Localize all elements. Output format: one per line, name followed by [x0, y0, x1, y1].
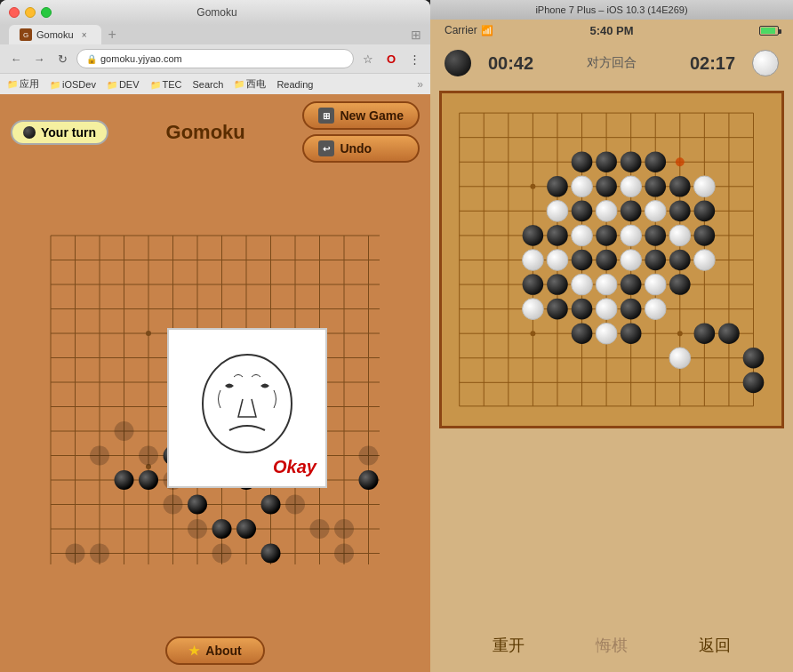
svg-point-96: [645, 151, 666, 172]
svg-point-55: [90, 445, 109, 465]
svg-point-127: [523, 274, 544, 295]
status-right: [668, 26, 779, 36]
svg-point-43: [359, 470, 379, 490]
white-timer: 02:17: [682, 53, 743, 74]
window-title: Gomoku: [12, 6, 421, 19]
svg-point-141: [596, 323, 617, 344]
bookmark-dev[interactable]: DEV: [107, 79, 140, 90]
go-board[interactable]: [439, 91, 784, 428]
svg-point-125: [669, 250, 691, 271]
bookmarks-bar: 应用 iOSDev DEV TEC Search 西电 Reading »: [0, 73, 430, 94]
game-header: Your turn Gomoku ⊞ New Game ↩ Undo: [0, 94, 430, 170]
svg-point-144: [694, 323, 716, 344]
svg-point-140: [572, 323, 593, 344]
svg-point-100: [621, 176, 642, 197]
browser-window: Gomoku G Gomoku × + ⊞ ← → ↻ 🔒 gomoku.yjy…: [0, 0, 430, 672]
svg-point-102: [669, 176, 691, 197]
svg-point-47: [164, 494, 183, 514]
svg-point-98: [572, 176, 593, 197]
svg-point-99: [596, 176, 617, 197]
svg-point-91: [677, 331, 683, 336]
bookmark-tec[interactable]: TEC: [150, 79, 182, 90]
svg-point-135: [547, 299, 568, 320]
bookmarks-more[interactable]: »: [417, 78, 423, 91]
new-game-button[interactable]: ⊞ New Game: [302, 101, 420, 130]
okay-text[interactable]: Okay: [273, 457, 316, 477]
refresh-button[interactable]: ↻: [53, 50, 71, 68]
svg-point-146: [743, 348, 765, 369]
svg-point-88: [530, 184, 535, 189]
svg-point-115: [621, 225, 642, 246]
status-left: Carrier 📶: [445, 24, 556, 36]
svg-point-126: [694, 250, 716, 271]
svg-point-133: [669, 274, 691, 295]
black-timer: 00:42: [480, 53, 541, 74]
svg-point-34: [188, 494, 207, 514]
player-piece-indicator: [23, 126, 36, 139]
svg-point-142: [621, 323, 642, 344]
turn-label: 对方回合: [550, 55, 673, 71]
battery-fill: [761, 28, 775, 34]
svg-point-41: [236, 519, 256, 539]
opera-icon[interactable]: O: [382, 50, 400, 68]
svg-point-128: [547, 274, 568, 295]
svg-point-136: [572, 299, 593, 320]
svg-point-118: [694, 225, 716, 246]
about-button[interactable]: ★ About: [165, 636, 264, 665]
svg-point-45: [139, 445, 158, 465]
svg-point-148: [676, 157, 685, 166]
go-board-container[interactable]: [430, 85, 793, 619]
svg-point-145: [718, 323, 740, 344]
browser-toolbar: ← → ↻ 🔒 gomoku.yjyao.com ☆ O ⋮: [0, 44, 430, 73]
svg-point-143: [669, 348, 691, 369]
svg-point-51: [310, 519, 330, 539]
address-bar[interactable]: 🔒 gomoku.yjyao.com: [76, 49, 354, 68]
svg-point-108: [645, 201, 666, 222]
svg-point-53: [334, 519, 354, 539]
forward-button[interactable]: →: [30, 50, 48, 68]
white-piece-timer: [752, 50, 779, 76]
new-tab-button[interactable]: +: [108, 27, 116, 43]
svg-point-129: [572, 274, 593, 295]
bookmark-iosdev[interactable]: iOSDev: [50, 79, 96, 90]
svg-point-130: [596, 274, 617, 295]
your-turn-label: Your turn: [41, 125, 96, 140]
svg-point-105: [572, 201, 593, 222]
svg-point-110: [694, 201, 716, 222]
star-icon: ★: [188, 644, 200, 658]
svg-point-52: [285, 494, 305, 514]
gomoku-board[interactable]: Okay: [28, 213, 402, 587]
svg-point-116: [645, 225, 666, 246]
back-game-button[interactable]: 返回: [699, 635, 731, 656]
undo-button[interactable]: ↩ Undo: [302, 134, 420, 163]
browser-tab[interactable]: G Gomoku ×: [9, 25, 101, 44]
svg-point-106: [596, 201, 617, 222]
iphone-window: iPhone 7 Plus – iOS 10.3 (14E269) Carrie…: [430, 0, 793, 672]
svg-point-131: [621, 274, 642, 295]
bookmark-reading[interactable]: Reading: [276, 79, 313, 90]
tab-favicon: G: [20, 28, 32, 41]
svg-point-33: [139, 470, 158, 490]
bookmark-xidian[interactable]: 西电: [234, 77, 266, 91]
svg-point-121: [572, 250, 593, 271]
bookmark-apps[interactable]: 应用: [7, 77, 39, 91]
regret-button[interactable]: 悔棋: [596, 635, 628, 656]
tabs-menu-icon[interactable]: ⊞: [411, 28, 421, 42]
bookmark-star[interactable]: ☆: [359, 50, 377, 68]
tab-bar: G Gomoku × + ⊞: [0, 25, 430, 44]
tab-close-button[interactable]: ×: [78, 28, 91, 41]
back-button[interactable]: ←: [7, 50, 25, 68]
svg-point-101: [645, 176, 666, 197]
svg-point-56: [115, 421, 134, 441]
url-text: gomoku.yjyao.com: [100, 53, 182, 64]
svg-point-49: [212, 543, 232, 563]
svg-point-58: [90, 543, 109, 563]
okay-face-image: [189, 350, 305, 466]
svg-point-124: [645, 250, 666, 271]
more-button[interactable]: ⋮: [405, 50, 423, 68]
bookmark-search[interactable]: Search: [193, 79, 224, 90]
okay-popup[interactable]: Okay: [167, 328, 327, 488]
restart-button[interactable]: 重开: [493, 635, 525, 656]
board-container[interactable]: Okay: [0, 170, 430, 629]
svg-point-97: [547, 176, 568, 197]
